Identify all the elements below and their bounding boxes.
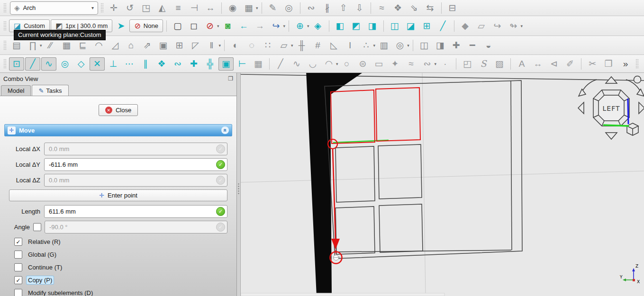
checkbox-continuet[interactable]	[14, 263, 22, 271]
bezier-icon[interactable]: ∾	[420, 57, 435, 71]
link-navigate-icon[interactable]: ↪	[268, 19, 283, 33]
subelement-highlight-icon[interactable]: ◎	[281, 1, 297, 15]
axis-icon[interactable]: ǁ	[204, 39, 219, 52]
field-input[interactable]	[48, 145, 216, 153]
rebar-icon[interactable]: ∕∕	[43, 39, 58, 52]
shape-2dview-icon[interactable]: ❖	[390, 1, 406, 15]
navigation-cube[interactable]: LEFT	[578, 76, 644, 140]
link-tools-icon[interactable]: ↬	[506, 19, 521, 33]
profile-icon[interactable]: I	[343, 39, 358, 52]
space-icon[interactable]: ◌	[244, 39, 259, 52]
group-icon[interactable]: ▱	[474, 19, 489, 33]
drag-handle[interactable]	[635, 59, 639, 69]
view-front-icon[interactable]: ◧	[333, 19, 348, 33]
ellipse-icon[interactable]: ⊜	[355, 57, 371, 71]
annotation-styles-icon[interactable]: ✐	[562, 57, 578, 71]
label-icon[interactable]: ⊲	[546, 57, 562, 71]
survey-icon[interactable]: ◒	[481, 39, 496, 52]
scale-icon[interactable]: ◳	[138, 1, 154, 15]
snap-dimensions-icon[interactable]: ⊢	[235, 57, 250, 71]
rotate-icon[interactable]: ↺	[122, 1, 137, 15]
building-part-icon[interactable]: ⊑	[75, 39, 91, 52]
array-icon[interactable]: ▦	[241, 1, 256, 15]
equipment-icon[interactable]: ▣	[156, 39, 171, 52]
roof-icon[interactable]: ◸	[188, 39, 203, 52]
apply-style-icon[interactable]: ➤	[113, 19, 128, 33]
make-link-icon[interactable]: ↪	[490, 19, 505, 33]
section-plane-icon[interactable]: ◐	[228, 39, 243, 52]
rectangle-icon[interactable]: ▭	[372, 57, 387, 71]
cut-icon[interactable]: ✂	[585, 57, 600, 71]
checkbox-modifysubelementsd[interactable]	[14, 289, 22, 296]
drag-handle[interactable]	[3, 40, 7, 51]
snap-midpoint-icon[interactable]: ∿	[41, 57, 56, 71]
wire-to-bspline-icon[interactable]: ≈	[374, 1, 390, 15]
upgrade-icon[interactable]: ⇧	[336, 1, 351, 15]
checkbox-copyp[interactable]: ✓	[14, 276, 22, 284]
cut-line-icon[interactable]: ◨	[433, 39, 448, 52]
line-icon[interactable]: ╱	[273, 57, 288, 71]
project-icon[interactable]: ◠	[91, 39, 107, 52]
clipping-icon[interactable]: ⊘	[202, 19, 218, 33]
snap-working-plane-icon[interactable]: ▣	[218, 57, 234, 71]
view-top-icon[interactable]: ◩	[349, 19, 364, 33]
macro-record-icon[interactable]: ●	[641, 57, 644, 71]
hatch-icon[interactable]: ▨	[492, 57, 507, 71]
selected-objects[interactable]	[331, 88, 420, 144]
snap-lock-icon[interactable]: ⊡	[9, 57, 24, 71]
wire-icon[interactable]: ∿	[289, 57, 304, 71]
view-right-icon[interactable]: ◨	[365, 19, 380, 33]
snap-ortho-icon[interactable]: ✚	[186, 57, 201, 71]
remove-component-icon[interactable]: ━	[465, 39, 480, 52]
snap-near-icon[interactable]: ∾	[170, 57, 185, 71]
angle-input[interactable]	[48, 223, 216, 231]
structure-icon[interactable]: ∏	[25, 39, 40, 52]
checkbox-relativer[interactable]: ✓	[14, 238, 22, 246]
toolbar-overflow-icon[interactable]: »	[618, 57, 633, 71]
snap-perpendicular-icon[interactable]: ⊥	[106, 57, 121, 71]
stretch-icon[interactable]: ↔	[203, 1, 218, 15]
shapestring-icon[interactable]: S	[476, 57, 491, 71]
view-bottom-icon[interactable]: ◪	[403, 19, 418, 33]
drag-handle[interactable]	[3, 21, 7, 31]
copy-icon[interactable]: ❐	[601, 57, 616, 71]
field-input[interactable]	[48, 176, 216, 184]
text-icon[interactable]: A	[514, 57, 529, 71]
circle-icon[interactable]: ○	[339, 57, 354, 71]
stairs-icon[interactable]: ∷	[260, 39, 275, 52]
curtain-wall-icon[interactable]: ▦	[59, 39, 74, 52]
reference-icon[interactable]: ⇗	[140, 39, 155, 52]
panel-icon[interactable]: ▱	[276, 39, 291, 52]
slope-icon[interactable]: ⇘	[407, 1, 422, 15]
close-button[interactable]: ✕ Close	[99, 104, 138, 116]
snap-grid-icon[interactable]: ╬	[202, 57, 218, 71]
snap-endpoint-icon[interactable]: ╱	[25, 57, 40, 71]
tab-model[interactable]: Model	[1, 85, 31, 96]
flip-icon[interactable]: ⇆	[423, 1, 438, 15]
toggle-grid-icon[interactable]: ▦	[251, 57, 266, 71]
nav-cube-face-label[interactable]: LEFT	[602, 105, 620, 112]
building-plan-outline[interactable]	[325, 81, 522, 259]
building-icon[interactable]: ⌂	[124, 39, 139, 52]
window-icon[interactable]: ⊞	[172, 39, 187, 52]
snap-intersection-icon[interactable]: ✕	[90, 57, 105, 71]
snap-angle-icon[interactable]: ◇	[73, 57, 89, 71]
autogroup-button[interactable]: ⊘None	[129, 19, 163, 32]
dimension-icon[interactable]: ↔	[530, 57, 545, 71]
black-wall-section[interactable]	[306, 73, 365, 296]
length-input[interactable]	[48, 207, 216, 215]
angle-checkbox[interactable]	[33, 223, 41, 231]
field-input[interactable]	[48, 161, 216, 169]
box-element-selection-icon[interactable]: ▢	[170, 19, 185, 33]
add-component-icon[interactable]: ✚	[449, 39, 464, 52]
box-selection-icon[interactable]: ◻	[186, 19, 201, 33]
offset-icon[interactable]: ≡	[171, 1, 186, 15]
collapse-panel-icon[interactable]: «	[221, 126, 229, 134]
join-icon[interactable]: ∾	[304, 1, 319, 15]
snap-special-icon[interactable]: ❖	[154, 57, 169, 71]
site-icon[interactable]: ◿	[108, 39, 123, 52]
trimex-icon[interactable]: ⊣	[187, 1, 202, 15]
zoom-icon[interactable]: ⊕	[292, 19, 308, 33]
material-icon[interactable]: ∴	[359, 39, 374, 52]
polygon-icon[interactable]: ✦	[388, 57, 403, 71]
